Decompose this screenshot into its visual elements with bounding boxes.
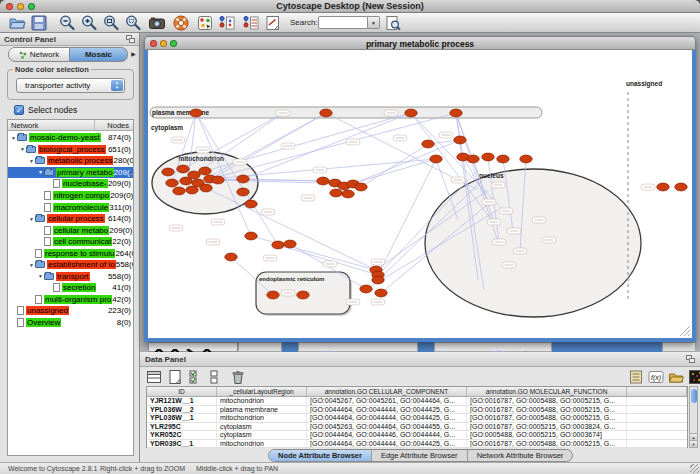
- delete-attribute-icon[interactable]: [230, 369, 246, 385]
- tree-row[interactable]: unassigned223(0): [8, 305, 133, 317]
- graph-node[interactable]: [422, 140, 434, 148]
- tree-row[interactable]: ▼transport558(0): [8, 271, 133, 283]
- zoom-fit-icon[interactable]: [102, 14, 120, 32]
- background-window-fragment[interactable]: [434, 342, 552, 352]
- table-cell[interactable]: [GO:0044464, GO:0044444, GO:0044425, G..…: [307, 414, 467, 422]
- network-graph[interactable]: plasma membranecytoplasmmitochondrionnuc…: [148, 50, 692, 338]
- tree-row[interactable]: response to stimulu264(0): [8, 247, 133, 259]
- import-attributes-icon[interactable]: [668, 369, 684, 385]
- background-window-fragment[interactable]: [282, 342, 298, 352]
- table-cell[interactable]: [GO:0016787, GO:0005488, GO:0005215, G..…: [467, 440, 627, 448]
- graph-node[interactable]: [237, 175, 249, 183]
- tree-row[interactable]: cell communicat22(0): [8, 236, 133, 248]
- graph-node[interactable]: [657, 183, 669, 191]
- graph-node[interactable]: [177, 165, 189, 173]
- unselect-all-attributes-icon[interactable]: [209, 369, 225, 385]
- attribute-list-icon[interactable]: [628, 369, 644, 385]
- more-tabs-arrow[interactable]: ▶: [129, 47, 138, 62]
- graph-node[interactable]: [225, 253, 237, 261]
- scroll-up-arrow[interactable]: ▲: [690, 433, 697, 440]
- table-column-header[interactable]: ID: [147, 387, 217, 396]
- zoom-out-icon[interactable]: [58, 14, 76, 32]
- tree-row[interactable]: cellular metabo209(0): [8, 224, 133, 236]
- graph-node[interactable]: [355, 183, 367, 191]
- table-cell[interactable]: cytoplasm: [217, 431, 307, 439]
- graph-node[interactable]: [360, 285, 372, 293]
- graph-node[interactable]: [190, 109, 202, 117]
- graph-node[interactable]: [212, 176, 224, 184]
- search-dropdown-button[interactable]: ▼: [368, 16, 380, 29]
- open-folder-icon[interactable]: [8, 14, 26, 32]
- table-column-header[interactable]: annotation.GO MOLECULAR_FUNCTION: [467, 387, 627, 396]
- tree-row[interactable]: secretion41(0): [8, 282, 133, 294]
- tree-expander-icon[interactable]: ▼: [37, 169, 44, 175]
- table-cell[interactable]: mitochondrion: [217, 397, 307, 405]
- table-cell[interactable]: YJR121W__1: [147, 397, 217, 405]
- background-window-fragment[interactable]: [418, 342, 434, 352]
- table-cell[interactable]: YLR295C: [147, 423, 217, 431]
- table-cell[interactable]: YPL036W__2: [147, 406, 217, 414]
- graph-node[interactable]: [320, 109, 332, 117]
- graph-node[interactable]: [675, 183, 687, 191]
- table-cell[interactable]: YDR039C__1: [147, 440, 217, 448]
- table-row[interactable]: YPL036W__2plasma membrane[GO:0044464, GO…: [147, 406, 687, 415]
- import-table-icon[interactable]: [242, 14, 260, 32]
- graph-node[interactable]: [162, 168, 174, 176]
- table-cell[interactable]: [GO:0045267, GO:0045261, GO:0044464, G..…: [307, 397, 467, 405]
- graph-node[interactable]: [200, 184, 212, 192]
- network-window-resize-grip[interactable]: [680, 326, 690, 336]
- attribute-select-icon[interactable]: [146, 369, 162, 385]
- tree-row[interactable]: ▼cellular process614(0): [8, 213, 133, 225]
- matrix-view-icon[interactable]: [688, 369, 700, 385]
- search-options-icon[interactable]: [384, 14, 402, 32]
- graph-node[interactable]: [372, 276, 384, 284]
- network-canvas[interactable]: plasma membranecytoplasmmitochondrionnuc…: [144, 50, 696, 342]
- tree-expander-icon[interactable]: ▼: [37, 273, 44, 279]
- tree-row[interactable]: nucleobase-209(0): [8, 178, 133, 190]
- scroll-down-arrow[interactable]: ▼: [690, 440, 697, 447]
- graph-node[interactable]: [186, 186, 198, 194]
- network-window-titlebar[interactable]: primary metabolic process: [144, 36, 696, 50]
- annotation-icon[interactable]: [264, 14, 282, 32]
- graph-node[interactable]: [267, 291, 279, 299]
- vizmapper-icon[interactable]: [196, 14, 214, 32]
- graph-node[interactable]: [180, 177, 192, 185]
- formula-builder-icon[interactable]: f(x): [648, 369, 664, 385]
- table-cell[interactable]: [GO:0044464, GO:0044444, GO:0044425, G..…: [307, 406, 467, 414]
- tree-column-network[interactable]: Network: [11, 121, 39, 130]
- tree-row[interactable]: Overview8(0): [8, 317, 133, 329]
- table-cell[interactable]: [GO:0044464, GO:0044444, GO:0044425, G..…: [307, 440, 467, 448]
- table-cell[interactable]: mitochondrion: [217, 414, 307, 422]
- table-row[interactable]: YJR121W__1mitochondrion[GO:0045267, GO:0…: [147, 397, 687, 406]
- graph-node[interactable]: [342, 190, 354, 198]
- graph-node[interactable]: [430, 155, 442, 163]
- tab-node-attribute-browser[interactable]: Node Attribute Browser: [269, 450, 372, 461]
- graph-node[interactable]: [237, 188, 249, 196]
- graph-node[interactable]: [317, 177, 329, 185]
- graph-node[interactable]: [520, 155, 532, 163]
- graph-node[interactable]: [245, 200, 257, 208]
- background-window-fragment[interactable]: [552, 342, 568, 352]
- graph-node[interactable]: [166, 179, 178, 187]
- node-color-dropdown[interactable]: transporter activity ▲▼: [16, 78, 125, 93]
- select-all-attributes-icon[interactable]: [188, 369, 204, 385]
- tree-row[interactable]: ▼primary metabo209(...: [8, 167, 133, 179]
- tree-expander-icon[interactable]: ▼: [10, 135, 17, 141]
- table-cell[interactable]: plasma membrane: [217, 406, 307, 414]
- tree-expander-icon[interactable]: ▼: [28, 216, 35, 222]
- tab-network[interactable]: Network: [8, 47, 70, 62]
- import-network-icon[interactable]: [218, 14, 236, 32]
- graph-node[interactable]: [284, 240, 296, 248]
- tree-column-nodes[interactable]: Nodes: [107, 121, 129, 130]
- tab-mosaic[interactable]: Mosaic: [70, 47, 128, 62]
- zoom-in-icon[interactable]: [80, 14, 98, 32]
- tree-row[interactable]: ▼metabolic process280(0): [8, 155, 133, 167]
- table-column-header[interactable]: _cellularLayoutRegion: [217, 387, 307, 396]
- graph-node[interactable]: [297, 291, 309, 299]
- table-cell[interactable]: [GO:0045263, GO:0044464, GO:0044455, G..…: [307, 423, 467, 431]
- save-icon[interactable]: [30, 14, 48, 32]
- table-cell[interactable]: [GO:0016787, GO:0005215, GO:0003824, G..…: [467, 423, 627, 431]
- graph-node[interactable]: [467, 155, 479, 163]
- table-cell[interactable]: cytoplasm: [217, 423, 307, 431]
- graph-node[interactable]: [245, 232, 257, 240]
